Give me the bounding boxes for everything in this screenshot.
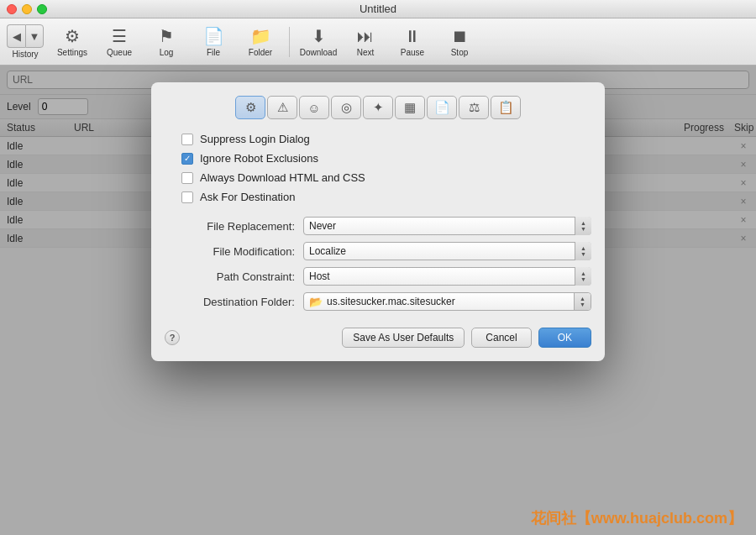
- file-replacement-row: File Replacement: Never Always If Newer …: [165, 217, 591, 235]
- always-download-label: Always Download HTML and CSS: [200, 171, 365, 184]
- queue-icon: ☰: [112, 26, 127, 46]
- file-toolbar-button[interactable]: 📄 File: [192, 22, 235, 62]
- option-row-ignore-robot: Ignore Robot Exclusions: [181, 152, 591, 165]
- suppress-login-label: Suppress Login Dialog: [200, 133, 310, 145]
- folder-toolbar-button[interactable]: 📁 Folder: [239, 22, 282, 62]
- modal-tab-settings[interactable]: ⚙: [235, 96, 265, 119]
- settings-modal: ⚙ ⚠ ☺ ◎ ✦ ▦ 📄 ⚖ 📋 Suppress Login Dialog …: [151, 82, 605, 361]
- path-constraint-select-wrapper: Host None Directory ▲ ▼: [303, 267, 591, 286]
- history-group: ◀ ▼ History: [7, 24, 44, 59]
- modal-tab-network[interactable]: ✦: [363, 96, 393, 119]
- file-replacement-select-wrapper: Never Always If Newer If Different ▲ ▼: [303, 217, 591, 235]
- cancel-button[interactable]: Cancel: [471, 328, 531, 348]
- folder-label: Folder: [249, 48, 272, 57]
- always-download-checkbox[interactable]: [181, 172, 193, 184]
- option-row-suppress-login: Suppress Login Dialog: [181, 133, 591, 145]
- suppress-login-checkbox[interactable]: [181, 134, 193, 145]
- destination-folder-arrows: ▲ ▼: [574, 293, 591, 310]
- path-constraint-select[interactable]: Host None Directory: [303, 267, 591, 286]
- history-arrows: ◀ ▼: [7, 24, 44, 48]
- destination-folder-text: us.sitesucker.mac.sitesucker: [327, 296, 455, 307]
- settings-label: Settings: [57, 48, 87, 57]
- settings-toolbar-button[interactable]: ⚙ Settings: [50, 22, 94, 62]
- file-modification-select[interactable]: Localize None Preserve: [303, 242, 591, 260]
- window-title: Untitled: [360, 3, 396, 15]
- ask-destination-checkbox[interactable]: [181, 191, 193, 203]
- history-label: History: [12, 50, 38, 59]
- toolbar-separator: [289, 27, 290, 57]
- download-toolbar-button[interactable]: ⬇ Download: [297, 22, 340, 62]
- titlebar: Untitled: [0, 0, 756, 18]
- pause-label: Pause: [401, 48, 424, 57]
- destination-folder-field[interactable]: 📂 us.sitesucker.mac.sitesucker ▲ ▼: [303, 292, 591, 311]
- next-toolbar-button[interactable]: ⏭ Next: [344, 22, 387, 62]
- stop-toolbar-button[interactable]: ⏹ Stop: [438, 22, 481, 62]
- log-icon: ⚑: [159, 26, 174, 46]
- minimize-button[interactable]: [22, 4, 32, 14]
- pause-icon: ⏸: [404, 27, 421, 46]
- destination-folder-label: Destination Folder:: [165, 296, 303, 308]
- modal-backdrop: ⚙ ⚠ ☺ ◎ ✦ ▦ 📄 ⚖ 📋 Suppress Login Dialog …: [0, 66, 756, 535]
- modal-tab-doc[interactable]: 📄: [427, 96, 457, 119]
- ok-button[interactable]: OK: [538, 328, 591, 348]
- stop-icon: ⏹: [451, 27, 468, 46]
- file-modification-row: File Modification: Localize None Preserv…: [165, 242, 591, 260]
- destination-folder-icon: 📂: [309, 296, 323, 308]
- ignore-robot-checkbox[interactable]: [181, 153, 193, 165]
- file-modification-select-wrapper: Localize None Preserve ▲ ▼: [303, 242, 591, 260]
- modal-footer: ? Save As User Defaults Cancel OK: [165, 321, 591, 348]
- close-button[interactable]: [7, 4, 17, 14]
- pause-toolbar-button[interactable]: ⏸ Pause: [391, 22, 434, 62]
- log-toolbar-button[interactable]: ⚑ Log: [144, 22, 188, 62]
- path-constraint-row: Path Constraint: Host None Directory ▲ ▼: [165, 267, 591, 286]
- ignore-robot-label: Ignore Robot Exclusions: [200, 152, 318, 165]
- modal-tab-smiley[interactable]: ☺: [299, 96, 329, 119]
- download-icon: ⬇: [312, 26, 326, 46]
- ask-destination-label: Ask For Destination: [200, 191, 295, 203]
- stop-label: Stop: [451, 48, 469, 57]
- form-fields: File Replacement: Never Always If Newer …: [165, 217, 591, 311]
- modal-tabs: ⚙ ⚠ ☺ ◎ ✦ ▦ 📄 ⚖ 📋: [165, 96, 591, 119]
- queue-toolbar-button[interactable]: ☰ Queue: [97, 22, 141, 62]
- file-replacement-label: File Replacement:: [165, 220, 303, 233]
- file-modification-label: File Modification:: [165, 245, 303, 258]
- history-back-button[interactable]: ◀: [7, 24, 25, 48]
- next-label: Next: [357, 48, 375, 57]
- traffic-lights: [7, 4, 47, 14]
- path-constraint-label: Path Constraint:: [165, 270, 303, 283]
- modal-tab-warning[interactable]: ⚠: [267, 96, 297, 119]
- history-forward-button[interactable]: ▼: [25, 24, 44, 48]
- file-label: File: [207, 48, 220, 57]
- download-label: Download: [300, 48, 337, 57]
- toolbar: ◀ ▼ History ⚙ Settings ☰ Queue ⚑ Log 📄 F…: [0, 18, 756, 66]
- modal-tab-disk[interactable]: ◎: [331, 96, 361, 119]
- file-replacement-select[interactable]: Never Always If Newer If Different: [303, 217, 591, 235]
- modal-tab-script[interactable]: 📋: [491, 96, 521, 119]
- modal-footer-left: ?: [165, 330, 180, 345]
- next-icon: ⏭: [357, 27, 374, 46]
- log-label: Log: [160, 48, 174, 57]
- destination-folder-row: Destination Folder: 📂 us.sitesucker.mac.…: [165, 292, 591, 311]
- help-button[interactable]: ?: [165, 330, 180, 345]
- save-defaults-button[interactable]: Save As User Defaults: [342, 328, 465, 348]
- option-row-always-download: Always Download HTML and CSS: [181, 171, 591, 184]
- file-icon: 📄: [203, 26, 224, 46]
- maximize-button[interactable]: [37, 4, 47, 14]
- option-row-ask-destination: Ask For Destination: [181, 191, 591, 203]
- modal-options: Suppress Login Dialog Ignore Robot Exclu…: [181, 133, 591, 203]
- modal-tab-grid[interactable]: ▦: [395, 96, 425, 119]
- main-area: Level Status URL Progress Skip Idle × Id…: [0, 66, 756, 535]
- settings-icon: ⚙: [65, 26, 80, 46]
- folder-icon: 📁: [250, 26, 271, 46]
- modal-tab-sliders[interactable]: ⚖: [459, 96, 489, 119]
- queue-label: Queue: [107, 48, 132, 57]
